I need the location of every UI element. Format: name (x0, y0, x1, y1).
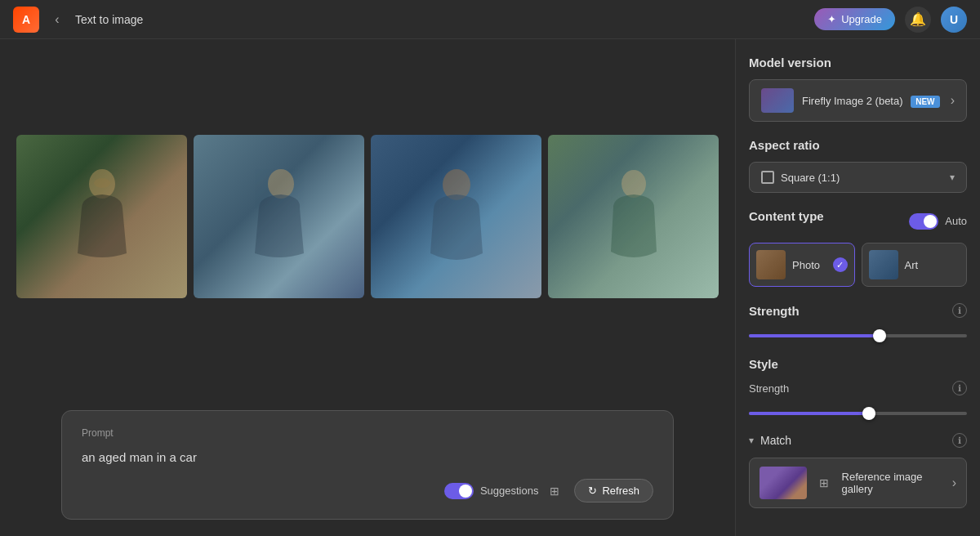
visual-intensity-info-icon[interactable]: ℹ (952, 303, 967, 318)
app-logo: A (13, 7, 39, 33)
right-panel: Model version Firefly Image 2 (beta) NEW… (735, 39, 980, 536)
auto-toggle-container: Auto (909, 213, 967, 230)
generated-image-4[interactable] (548, 135, 719, 298)
svg-point-1 (94, 178, 110, 188)
prompt-area: Prompt an aged man in a car Suggestions … (0, 394, 735, 536)
aspect-info: Square (1:1) (761, 171, 840, 184)
image-overlay-3 (371, 135, 541, 298)
generated-image-3[interactable] (371, 135, 541, 298)
main-layout: Prompt an aged man in a car Suggestions … (0, 39, 980, 536)
page-title: Text to image (75, 13, 814, 26)
back-button[interactable]: ‹ (46, 8, 69, 31)
square-icon (761, 171, 774, 184)
match-label: Match (760, 434, 791, 447)
model-version-title: Model version (749, 56, 967, 69)
prompt-text[interactable]: an aged man in a car (82, 449, 653, 466)
art-label: Art (905, 259, 919, 271)
style-section: Style Strength ℹ ▾ (749, 357, 967, 508)
image-overlay-2 (194, 135, 364, 298)
refresh-button[interactable]: ↻ Refresh (574, 479, 653, 502)
generated-image-1[interactable] (16, 135, 187, 298)
content-options: Photo ✓ Art (749, 243, 967, 287)
intensity-slider-track (749, 334, 967, 337)
model-thumbnail (761, 88, 794, 113)
content-type-section: Content type Auto Photo ✓ Art (749, 209, 967, 287)
prompt-box[interactable]: Prompt an aged man in a car Suggestions … (61, 410, 674, 520)
new-badge: NEW (911, 96, 939, 108)
intensity-slider-fill (749, 334, 880, 337)
person-silhouette-2 (247, 163, 312, 270)
strength-slider[interactable] (749, 402, 967, 418)
canvas-area: Prompt an aged man in a car Suggestions … (0, 39, 735, 536)
ref-gallery-chevron-icon: › (952, 476, 956, 490)
prompt-controls: Suggestions ⊞ ↻ Refresh (82, 479, 653, 502)
grid-icon: ⊞ (550, 485, 559, 498)
ref-gallery-label: Reference image gallery (842, 471, 952, 495)
header-actions: ✦ Upgrade 🔔 U (814, 7, 967, 33)
image-overlay-1 (16, 135, 187, 298)
upgrade-label: Upgrade (841, 13, 882, 25)
chevron-right-icon: › (951, 93, 955, 108)
model-info: Firefly Image 2 (beta) NEW (761, 88, 940, 113)
gallery-icon: ⊞ (815, 473, 834, 493)
visual-intensity-title: Strength (749, 304, 800, 318)
match-left: ▾ Match (749, 434, 791, 447)
photo-check-icon: ✓ (833, 257, 848, 272)
svg-point-4 (621, 170, 646, 198)
back-icon: ‹ (55, 12, 59, 27)
avatar-initial: U (950, 13, 958, 26)
person-silhouette-3 (424, 163, 489, 270)
auto-toggle[interactable] (909, 213, 938, 230)
logo-text: A (22, 13, 30, 26)
refresh-label: Refresh (602, 485, 639, 497)
app-header: A ‹ Text to image ✦ Upgrade 🔔 U (0, 0, 980, 39)
visual-intensity-section: Strength ℹ (749, 303, 967, 341)
upgrade-icon: ✦ (827, 13, 836, 25)
suggestions-grid-icon[interactable]: ⊞ (545, 481, 564, 501)
ref-gallery-left: ⊞ Reference image gallery (760, 467, 952, 499)
image-overlay-4 (548, 135, 719, 298)
ref-gallery-thumbnail (760, 467, 807, 499)
suggestions-label: Suggestions (480, 485, 539, 497)
person-silhouette-1 (69, 163, 135, 270)
style-title: Style (749, 357, 967, 371)
model-selector[interactable]: Firefly Image 2 (beta) NEW › (749, 79, 967, 122)
content-type-title: Content type (749, 209, 824, 223)
reference-image-gallery-row[interactable]: ⊞ Reference image gallery › (749, 458, 967, 508)
match-info-icon[interactable]: ℹ (952, 433, 967, 448)
svg-point-2 (268, 169, 294, 199)
aspect-ratio-title: Aspect ratio (749, 138, 967, 152)
content-option-art[interactable]: Art (862, 243, 968, 287)
images-grid (0, 39, 735, 394)
photo-label: Photo (792, 259, 820, 271)
intensity-slider-thumb[interactable] (873, 329, 886, 342)
prompt-label: Prompt (82, 427, 653, 439)
upgrade-button[interactable]: ✦ Upgrade (814, 8, 895, 30)
strength-title: Strength (749, 382, 789, 395)
match-info: ℹ (952, 433, 967, 448)
content-option-photo[interactable]: Photo ✓ (749, 243, 855, 287)
match-row[interactable]: ▾ Match ℹ (749, 431, 967, 449)
generated-image-2[interactable] (194, 135, 364, 298)
match-section: ▾ Match ℹ ⊞ Reference image gallery › (749, 431, 967, 508)
aspect-label: Square (1:1) (781, 172, 840, 184)
aspect-ratio-selector[interactable]: Square (1:1) ▾ (749, 162, 967, 193)
strength-info-icon[interactable]: ℹ (952, 381, 967, 395)
user-avatar[interactable]: U (941, 7, 967, 33)
refresh-icon: ↻ (588, 485, 597, 497)
photo-thumbnail (756, 250, 786, 279)
notifications-button[interactable]: 🔔 (905, 7, 931, 33)
auto-label: Auto (945, 215, 967, 227)
visual-intensity-slider[interactable] (749, 324, 967, 341)
content-type-header: Content type Auto (749, 209, 967, 233)
suggestions-toggle[interactable] (444, 483, 474, 499)
art-thumbnail (869, 250, 898, 279)
person-silhouette-4 (601, 163, 666, 270)
strength-slider-track (749, 412, 967, 415)
strength-slider-fill (749, 412, 869, 415)
strength-slider-thumb[interactable] (862, 407, 875, 420)
chevron-down-icon: ▾ (950, 172, 955, 183)
model-version-section: Model version Firefly Image 2 (beta) NEW… (749, 56, 967, 122)
strength-header: Strength ℹ (749, 381, 967, 395)
aspect-ratio-section: Aspect ratio Square (1:1) ▾ (749, 138, 967, 193)
